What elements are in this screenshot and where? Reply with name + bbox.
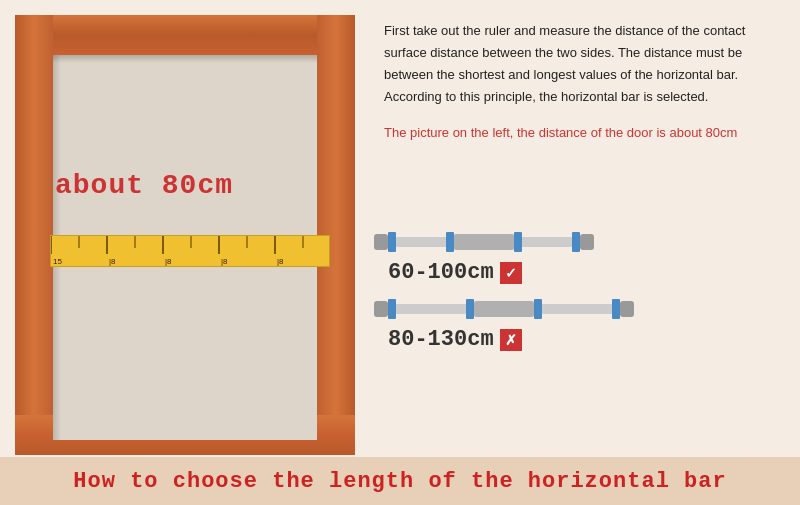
pullup-bar-1-svg — [374, 230, 684, 254]
svg-text:|8: |8 — [165, 257, 172, 266]
svg-rect-33 — [542, 304, 612, 314]
svg-rect-21 — [446, 232, 454, 252]
cross-icon-2: ✗ — [500, 329, 522, 351]
svg-rect-24 — [522, 237, 572, 247]
svg-text:|8: |8 — [221, 257, 228, 266]
svg-rect-32 — [534, 299, 542, 319]
door-frame-top — [15, 15, 355, 55]
bottom-title-text: How to choose the length of the horizont… — [73, 469, 726, 494]
svg-rect-34 — [612, 299, 620, 319]
svg-rect-20 — [396, 237, 446, 247]
bar-option-2 — [374, 297, 789, 321]
text-panel: First take out the ruler and measure the… — [374, 10, 789, 169]
bar-label-1: 60-100cm — [388, 260, 494, 285]
svg-text:|8: |8 — [109, 257, 116, 266]
ruler: 15 |8 |8 |8 |8 |8 — [50, 235, 330, 267]
bar-options-container: 60-100cm ✓ — [374, 230, 789, 352]
door-section: about 80cm 15 |8 |8 — [0, 0, 370, 460]
svg-rect-18 — [374, 234, 388, 250]
svg-rect-19 — [388, 232, 396, 252]
pullup-bar-2-svg — [374, 297, 684, 321]
svg-rect-22 — [454, 234, 514, 250]
svg-text:|8: |8 — [277, 257, 284, 266]
about-label: about 80cm — [55, 170, 233, 201]
svg-rect-31 — [474, 301, 534, 317]
main-description: First take out the ruler and measure the… — [384, 20, 779, 108]
picture-description: The picture on the left, the distance of… — [384, 123, 779, 144]
svg-rect-35 — [620, 301, 634, 317]
bar-label-2: 80-130cm — [388, 327, 494, 352]
bar-option-1 — [374, 230, 789, 254]
svg-rect-23 — [514, 232, 522, 252]
bottom-title-bar: How to choose the length of the horizont… — [0, 457, 800, 505]
door-frame-left — [15, 15, 53, 455]
svg-rect-25 — [572, 232, 580, 252]
check-icon-1: ✓ — [500, 262, 522, 284]
svg-rect-30 — [466, 299, 474, 319]
door-inner-shadow-top — [53, 55, 317, 63]
svg-rect-26 — [580, 234, 594, 250]
svg-rect-0 — [51, 236, 329, 267]
main-container: about 80cm 15 |8 |8 — [0, 0, 800, 505]
ruler-svg: 15 |8 |8 |8 |8 |8 — [51, 236, 329, 267]
svg-text:15: 15 — [53, 257, 62, 266]
svg-rect-28 — [388, 299, 396, 319]
svg-rect-27 — [374, 301, 388, 317]
ruler-marks: 15 |8 |8 |8 |8 |8 — [51, 236, 329, 266]
svg-rect-29 — [396, 304, 466, 314]
